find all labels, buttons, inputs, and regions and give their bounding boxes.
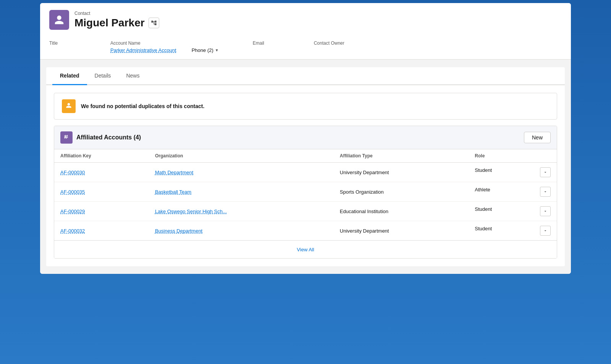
affiliation-key-cell[interactable]: AF-000032 <box>54 221 149 241</box>
tab-content-related: We found no potential duplicates of this… <box>46 85 565 266</box>
affiliated-accounts-icon <box>60 131 73 144</box>
organization-cell[interactable]: Lake Oswego Senior High Sch... <box>149 202 334 221</box>
section-header-left: Affiliated Accounts (4) <box>60 131 141 144</box>
affiliated-accounts-section: Affiliated Accounts (4) New Affiliation … <box>54 126 557 259</box>
field-title-value <box>49 47 95 53</box>
affiliation-key-cell[interactable]: AF-000030 <box>54 163 149 182</box>
tab-related[interactable]: Related <box>52 67 87 85</box>
field-email: Email <box>253 36 314 59</box>
affiliation-type-cell: University Department <box>334 163 469 182</box>
new-button[interactable]: New <box>524 132 551 143</box>
phone-text: Phone (2) <box>192 47 213 53</box>
role-cell: Student <box>469 221 557 241</box>
affiliation-type-cell: Sports Organization <box>334 182 469 202</box>
affiliation-key-cell[interactable]: AF-000029 <box>54 202 149 221</box>
col-role: Role <box>469 149 557 163</box>
duplicate-warning-icon <box>62 99 76 113</box>
person-icon <box>54 15 65 25</box>
record-name: Miguel Parker <box>74 17 145 29</box>
contact-icon <box>49 10 69 30</box>
organization-cell[interactable]: Math Department <box>149 163 334 182</box>
table-header: Affiliation Key Organization Affiliation… <box>54 149 557 163</box>
tabs-bar: Related Details News <box>46 67 565 85</box>
affiliation-key-cell[interactable]: AF-000035 <box>54 182 149 202</box>
field-phone: Phone (2) ▼ <box>192 36 253 59</box>
row-action-button[interactable] <box>540 167 551 177</box>
row-action-button[interactable] <box>540 226 551 236</box>
hashtag-icon <box>63 134 70 141</box>
table-row: AF-000030Math DepartmentUniversity Depar… <box>54 163 557 182</box>
row-action-button[interactable] <box>540 206 551 216</box>
row-action-button[interactable] <box>540 187 551 197</box>
organization-cell[interactable]: Basketball Team <box>149 182 334 202</box>
duplicate-notice: We found no potential duplicates of this… <box>54 93 557 120</box>
main-card: Contact Miguel Parker Title <box>40 3 571 274</box>
table-body: AF-000030Math DepartmentUniversity Depar… <box>54 163 557 241</box>
field-account-name: Account Name Parker Administrative Accou… <box>110 36 192 59</box>
tab-details[interactable]: Details <box>87 67 119 85</box>
field-contact-owner: Contact Owner <box>314 36 375 59</box>
record-name-row: Miguel Parker <box>74 17 159 29</box>
organization-cell[interactable]: Business Department <box>149 221 334 241</box>
phone-dropdown-arrow: ▼ <box>215 48 219 52</box>
field-title: Title <box>49 36 110 59</box>
role-cell: Student <box>469 163 557 182</box>
record-header-top: Contact Miguel Parker <box>49 10 562 30</box>
person-up-icon <box>65 102 73 110</box>
affiliated-accounts-title: Affiliated Accounts (4) <box>76 134 141 141</box>
content-area: Related Details News We found no potenti… <box>40 60 571 274</box>
field-account-label: Account Name <box>110 40 176 46</box>
role-cell: Student <box>469 202 557 221</box>
record-fields: Title Account Name Parker Administrative… <box>49 36 562 59</box>
page-wrapper: Contact Miguel Parker Title <box>0 0 611 364</box>
record-type-label: Contact <box>74 11 159 16</box>
tab-news[interactable]: News <box>118 67 147 85</box>
field-contact-owner-value <box>314 47 360 53</box>
table-row: AF-000035Basketball TeamSports Organizat… <box>54 182 557 202</box>
hierarchy-button[interactable] <box>149 18 159 28</box>
field-phone-value[interactable]: Phone (2) ▼ <box>192 47 238 53</box>
field-email-value <box>253 47 299 53</box>
record-title-group: Contact Miguel Parker <box>74 11 159 29</box>
table-row: AF-000029Lake Oswego Senior High Sch...E… <box>54 202 557 221</box>
hierarchy-icon <box>151 20 157 26</box>
affiliation-type-cell: University Department <box>334 221 469 241</box>
field-title-label: Title <box>49 40 95 46</box>
affiliation-type-cell: Educational Institution <box>334 202 469 221</box>
field-phone-label <box>192 40 238 46</box>
col-affiliation-type: Affiliation Type <box>334 149 469 163</box>
view-all-link[interactable]: View All <box>297 247 314 252</box>
duplicate-text: We found no potential duplicates of this… <box>81 103 204 109</box>
section-header: Affiliated Accounts (4) New <box>54 126 557 149</box>
view-all-row: View All <box>54 240 557 258</box>
field-account-value[interactable]: Parker Administrative Account <box>110 47 176 53</box>
affiliated-accounts-table: Affiliation Key Organization Affiliation… <box>54 149 557 240</box>
role-cell: Athlete <box>469 182 557 202</box>
table-row: AF-000032Business DepartmentUniversity D… <box>54 221 557 241</box>
record-header: Contact Miguel Parker Title <box>40 3 571 60</box>
col-organization: Organization <box>149 149 334 163</box>
table-header-row: Affiliation Key Organization Affiliation… <box>54 149 557 163</box>
field-email-label: Email <box>253 40 299 46</box>
field-contact-owner-label: Contact Owner <box>314 40 360 46</box>
tabs-wrapper: Related Details News We found no potenti… <box>46 67 565 266</box>
col-affiliation-key: Affiliation Key <box>54 149 149 163</box>
